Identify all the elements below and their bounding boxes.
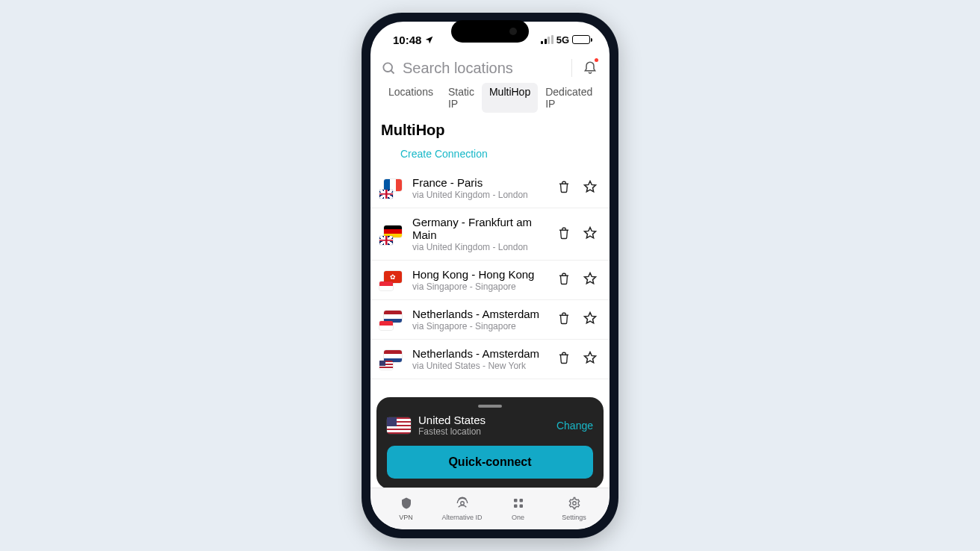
favorite-button[interactable] [583,179,598,197]
tab-locations[interactable]: Locations [381,83,441,113]
flag-pair [381,179,403,197]
tabbar-vpn[interactable]: VPN [379,496,433,521]
svg-point-6 [572,502,576,505]
connection-row[interactable]: Hong Kong - Hong Kongvia Singapore - Sin… [370,261,610,300]
network-label: 5G [556,34,569,46]
connection-via: via United Kingdom - London [412,190,548,200]
svg-point-0 [383,63,392,72]
delete-button[interactable] [557,180,571,196]
tabbar-label: VPN [399,514,413,521]
search-icon [381,60,396,75]
connection-via: via United States - New York [412,361,548,371]
sg-flag-icon [379,321,393,330]
signal-icon [541,36,553,44]
quick-connect-sheet[interactable]: United States Fastest location Change Qu… [376,397,604,489]
us-flag-icon [387,417,411,434]
flag-pair [381,350,403,368]
uk-flag-icon [379,236,393,245]
vpn-icon [400,496,413,511]
status-time: 10:48 [393,34,421,46]
sg-flag-icon [379,281,393,290]
tabbar-label: Settings [562,514,586,521]
connection-title: France - Paris [412,176,548,189]
bottom-tabbar: VPNAlternative IDOneSettings [370,488,610,529]
us-flag-icon [379,361,393,370]
connection-title: Germany - Frankfurt am Main [412,216,548,241]
change-location-link[interactable]: Change [556,420,593,432]
connection-title: Netherlands - Amsterdam [412,308,548,320]
screen: 10:48 5G Search locations LocationsStati… [370,22,610,529]
flag-pair [381,271,403,289]
connection-title: Hong Kong - Hong Kong [412,268,548,281]
favorite-button[interactable] [583,311,598,329]
search-row: Search locations [370,57,610,83]
uk-flag-icon [379,190,393,199]
filter-tabs: LocationsStatic IPMultiHopDedicated IP [370,83,610,119]
section-title: MultiHop [370,119,610,143]
connection-via: via Singapore - Singapore [412,281,548,292]
delete-button[interactable] [557,226,571,243]
sheet-handle[interactable] [478,405,502,408]
connection-row[interactable]: Netherlands - Amsterdamvia United States… [370,340,610,379]
delete-button[interactable] [557,311,571,328]
battery-icon [572,35,590,44]
tab-dedicated-ip[interactable]: Dedicated IP [538,83,600,113]
sheet-subtitle: Fastest location [418,426,549,437]
notification-dot [595,58,598,62]
alternative-id-icon [456,496,469,511]
svg-point-1 [460,502,464,505]
tabbar-settings[interactable]: Settings [548,496,601,521]
sheet-country: United States [418,414,549,426]
favorite-button[interactable] [583,225,598,243]
svg-rect-4 [514,505,518,508]
dynamic-island [451,20,529,43]
tabbar-one[interactable]: One [491,496,545,521]
connection-title: Netherlands - Amsterdam [412,347,548,360]
one-icon [512,496,525,511]
tab-multihop[interactable]: MultiHop [482,83,538,113]
svg-rect-3 [519,499,523,502]
flag-pair [381,225,403,243]
favorite-button[interactable] [583,350,598,368]
svg-rect-5 [519,505,523,508]
connection-row[interactable]: Germany - Frankfurt am Mainvia United Ki… [370,208,610,261]
favorite-button[interactable] [583,271,598,289]
search-input[interactable]: Search locations [381,60,564,77]
delete-button[interactable] [557,272,571,288]
search-placeholder: Search locations [403,60,513,77]
settings-icon [568,496,581,511]
phone-frame: 10:48 5G Search locations LocationsStati… [362,13,618,538]
tabbar-alternative-id[interactable]: Alternative ID [435,496,489,521]
tabbar-label: One [512,514,524,521]
create-connection-link[interactable]: Create Connection [370,143,610,169]
connection-row[interactable]: France - Parisvia United Kingdom - Londo… [370,169,610,208]
tabbar-label: Alternative ID [441,514,482,521]
connection-row[interactable]: Netherlands - Amsterdamvia Singapore - S… [370,300,610,340]
connection-via: via United Kingdom - London [412,242,548,252]
flag-pair [381,311,403,329]
delete-button[interactable] [557,351,571,367]
notifications-button[interactable] [571,59,598,77]
location-icon [424,35,434,45]
connection-via: via Singapore - Singapore [412,321,548,331]
tab-static-ip[interactable]: Static IP [441,83,482,113]
svg-rect-2 [514,499,518,502]
quick-connect-button[interactable]: Quick-connect [387,446,593,479]
